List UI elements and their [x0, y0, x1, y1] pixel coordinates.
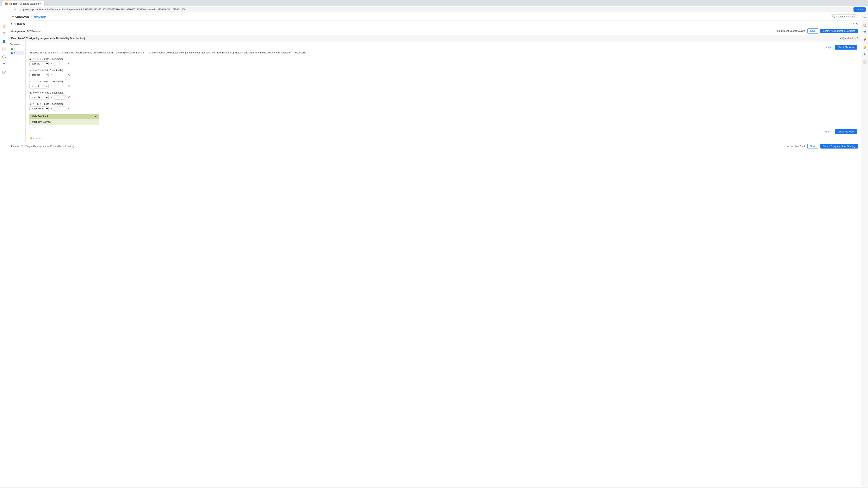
- sub-part-c-desc: n = 3, x = 0 (to 4 decimals).: [33, 80, 64, 83]
- sub-part-a-label: a. n = 4, x = 2 (to 2 decimals).: [29, 58, 857, 60]
- input-c[interactable]: [54, 84, 66, 88]
- tab-bar: MindTap - Cengage Learning ✕ +: [2, 1, 866, 6]
- x-icon-c[interactable]: ✕: [67, 84, 70, 88]
- tab-close-btn[interactable]: ✕: [40, 3, 42, 5]
- question-2-dot: [11, 52, 13, 54]
- check-icon-c: ✔: [50, 84, 53, 88]
- feedback-header[interactable]: Hide Feedback ✏: [30, 114, 99, 119]
- close-icon[interactable]: ✕: [856, 22, 858, 26]
- save-btn-top[interactable]: Save: [807, 29, 818, 33]
- dropdown-a[interactable]: possible not possible: [29, 61, 49, 66]
- sub-part-c-row: possible not possible ✔ ✕: [29, 84, 857, 89]
- sub-part-b-row: possible not possible ✔ ✕: [29, 73, 857, 77]
- sub-part-e-label: e. n = 5, x = 5 (to 2 decimals).: [29, 102, 857, 105]
- brand-mindtap: MINDTAP: [34, 15, 46, 18]
- sub-part-d: d. n = 5, x = 3 (to 2 decimals). possibl…: [29, 91, 857, 100]
- check-work-btn-bottom[interactable]: Check My Work: [835, 129, 857, 134]
- sub-part-b: b. n = 2, x = 2 (to 3 decimals). possibl…: [29, 69, 857, 77]
- hint-link-top[interactable]: Hint(s): [825, 46, 831, 48]
- sidebar-expand-icon[interactable]: ☰: [1, 15, 7, 21]
- sub-part-d-desc: n = 5, x = 3 (to 2 decimals).: [33, 91, 64, 94]
- dropdown-c[interactable]: possible not possible: [29, 84, 49, 89]
- input-e[interactable]: [54, 106, 66, 111]
- submit-btn-bottom[interactable]: Submit Assignment for Grading: [820, 144, 858, 149]
- hint-link-bottom[interactable]: Hint(s): [825, 130, 831, 133]
- x-icon-b[interactable]: ✕: [67, 73, 70, 77]
- sub-part-a: a. n = 4, x = 2 (to 2 decimals). possibl…: [29, 58, 857, 66]
- sidebar-home-icon[interactable]: 🏠: [1, 23, 7, 29]
- question-item-2[interactable]: 2.: [10, 51, 24, 55]
- rs-pin-icon[interactable]: 📌: [862, 37, 868, 42]
- questions-label: Questions: [10, 43, 24, 45]
- search-placeholder: Search this course: [836, 15, 856, 18]
- question-item-1[interactable]: 1.: [10, 47, 24, 51]
- submit-btn-top[interactable]: Submit Assignment for Grading: [820, 29, 858, 33]
- search-icon: 🔍: [832, 15, 835, 18]
- question-2-num: 2.: [13, 52, 16, 55]
- feedback-header-label: Hide Feedback: [32, 115, 49, 118]
- rs-gear-icon[interactable]: ⚙: [862, 52, 868, 57]
- help-icon[interactable]: ?: [852, 22, 854, 25]
- sidebar-notes-icon[interactable]: 📝: [1, 69, 7, 75]
- dropdown-b[interactable]: possible not possible: [29, 73, 49, 77]
- new-tab-btn[interactable]: +: [45, 1, 50, 6]
- check-work-btn-top[interactable]: Check My Work: [835, 45, 857, 50]
- input-b[interactable]: [54, 73, 66, 77]
- active-tab[interactable]: MindTap - Cengage Learning ✕: [2, 1, 44, 6]
- feedback-edit-icon: ✏: [95, 115, 97, 118]
- reload-btn[interactable]: ↻: [12, 7, 17, 11]
- save-btn-bottom[interactable]: Save: [807, 144, 818, 149]
- forward-btn[interactable]: ›: [7, 7, 11, 11]
- dropdown-e[interactable]: possible not possible: [29, 106, 49, 111]
- top-header: ✦ CENGAGE | MINDTAP 🔍 Search this course: [8, 13, 861, 21]
- question-nav-top: ◄ Question 2 of 2: [839, 37, 858, 40]
- check-icon-a: ✔: [50, 62, 53, 65]
- brand-logo: ✦: [11, 14, 14, 19]
- sub-part-d-row: possible not possible ✔ ✕: [29, 95, 857, 100]
- sidebar-chat-icon[interactable]: 💬: [1, 54, 7, 60]
- rs-pencil-icon[interactable]: ✏: [862, 15, 868, 21]
- brand-cengage: CENGAGE: [15, 15, 29, 18]
- x-icon-e[interactable]: ✕: [67, 107, 70, 110]
- sidebar-analytics-icon[interactable]: 📊: [1, 46, 7, 52]
- key-icon: 🔑: [29, 137, 32, 140]
- back-btn[interactable]: ‹: [2, 7, 6, 11]
- content-area: Assignment: 5.7 Practice Assignment Scor…: [8, 27, 861, 487]
- bottom-question-nav: ◄ Question 2 of 2: [786, 145, 805, 148]
- exercise-layout: Questions 1. 2. Hint(s) Check M: [8, 41, 861, 142]
- sub-part-e-desc: n = 5, x = 5 (to 2 decimals).: [33, 102, 64, 105]
- tab-favicon: [5, 2, 7, 5]
- sidebar-profile-icon[interactable]: 👤: [1, 38, 7, 44]
- feedback-container: Hide Feedback ✏ Partially Correct: [29, 114, 99, 125]
- assignment-title: 5.7 Practice: [11, 22, 25, 25]
- rs-clipboard-icon[interactable]: 📋: [862, 22, 868, 28]
- sub-part-b-label: b. n = 2, x = 2 (to 3 decimals).: [29, 69, 857, 72]
- url-input[interactable]: [19, 7, 851, 11]
- assignment-header: 5.7 Practice ? ✕: [8, 21, 861, 27]
- problem-statement: Suppose N = 11 and r = 4. Compute the hy…: [29, 51, 857, 55]
- sidebar-help-icon[interactable]: ?: [1, 61, 7, 68]
- update-btn[interactable]: Update: [854, 7, 866, 11]
- question-1-num: 1.: [13, 47, 16, 51]
- hint-check-row-top: Hint(s) Check My Work: [29, 44, 857, 51]
- main-content: ✦ CENGAGE | MINDTAP 🔍 Search this course…: [8, 13, 861, 487]
- sub-part-b-desc: n = 2, x = 2 (to 3 decimals).: [33, 69, 64, 72]
- address-actions: Update: [854, 7, 866, 11]
- rs-notification-icon[interactable]: 🔔: [862, 44, 868, 50]
- x-icon-a[interactable]: ✕: [67, 62, 70, 65]
- x-icon-d[interactable]: ✕: [67, 95, 70, 99]
- search-box[interactable]: 🔍 Search this course: [830, 14, 858, 19]
- bottom-exercise-label: Exercise 05.52 Algo (Hypergeometric Prob…: [11, 145, 74, 148]
- sidebar-assignments-icon[interactable]: 📋: [1, 30, 7, 37]
- icon-key-row: 🔑 Icon Key: [29, 137, 857, 140]
- rs-word-icon[interactable]: W: [862, 29, 868, 35]
- feedback-status: Partially Correct: [32, 121, 51, 123]
- brand: ✦ CENGAGE | MINDTAP: [11, 14, 46, 19]
- icon-key-label: Icon Key: [33, 137, 42, 139]
- input-d[interactable]: [54, 95, 66, 100]
- questions-panel: Questions 1. 2.: [8, 41, 26, 142]
- input-a[interactable]: [54, 62, 66, 66]
- dropdown-d[interactable]: possible not possible: [29, 95, 49, 100]
- tab-title: MindTap - Cengage Learning: [9, 2, 39, 5]
- sub-part-e: e. n = 5, x = 5 (to 2 decimals). possibl…: [29, 102, 857, 111]
